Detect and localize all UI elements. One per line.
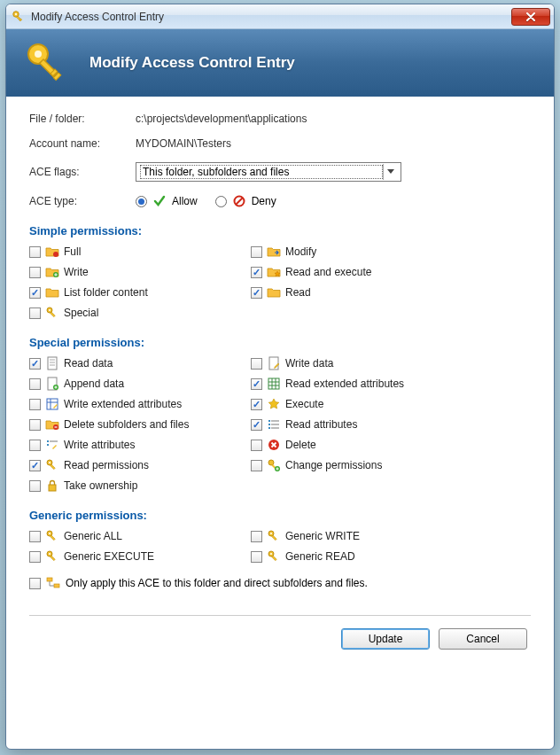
cancel-button[interactable]: Cancel — [439, 628, 527, 650]
special-perm-checkbox[interactable] — [251, 460, 262, 471]
special-permissions-grid: Read dataWrite dataAppend dataRead exten… — [29, 356, 531, 493]
generic-perm-label: Generic WRITE — [285, 530, 360, 542]
special-perm-checkbox[interactable] — [29, 358, 41, 370]
account-name-value: MYDOMAIN\Testers — [136, 137, 231, 150]
update-button[interactable]: Update — [341, 628, 430, 650]
special-perm-checkbox[interactable] — [29, 399, 41, 410]
list-edit-icon — [45, 438, 59, 452]
special-perm-item: Write data — [251, 356, 469, 370]
ace-flags-select[interactable]: This folder, subfolders and files — [136, 162, 401, 182]
file-folder-value: c:\projects\development\applications — [136, 113, 307, 125]
special-perm-label: Write attributes — [64, 439, 135, 451]
special-perm-checkbox[interactable] — [251, 399, 262, 410]
special-perm-checkbox[interactable] — [251, 440, 262, 451]
folder-icon — [267, 285, 281, 300]
folder-move-icon — [267, 245, 281, 259]
special-perm-item: Take ownership — [29, 479, 247, 493]
ace-flags-label: ACE flags: — [29, 166, 136, 178]
simple-perm-checkbox[interactable] — [29, 307, 41, 319]
generic-permissions-title: Generic permissions: — [29, 509, 531, 522]
page-icon — [45, 356, 59, 370]
simple-perm-label: Read — [285, 286, 311, 299]
generic-perm-item: Generic ALL — [29, 529, 247, 543]
ace-type-label: ACE type: — [29, 195, 136, 207]
special-perm-item: Change permissions — [251, 458, 469, 472]
special-perm-item: Execute — [251, 397, 469, 411]
special-perm-label: Write data — [285, 357, 333, 370]
only-apply-checkbox[interactable] — [29, 578, 41, 589]
special-perm-item: Delete — [251, 438, 469, 452]
svg-rect-62 — [54, 584, 59, 588]
simple-perm-checkbox[interactable] — [29, 267, 41, 278]
simple-perm-item: Read and execute — [251, 265, 469, 279]
deny-icon — [232, 194, 246, 208]
simple-perm-checkbox[interactable] — [251, 267, 262, 278]
simple-perm-item: Modify — [251, 245, 469, 259]
generic-perm-item: Generic WRITE — [251, 529, 469, 543]
svg-rect-54 — [272, 535, 277, 541]
header-banner: Modify Access Control Entry — [6, 29, 554, 97]
deny-label: Deny — [252, 195, 276, 207]
special-perm-checkbox[interactable] — [251, 419, 262, 431]
special-perm-item: Write extended attributes — [29, 397, 247, 411]
folder-plus-icon — [45, 265, 59, 279]
folder-tree-icon — [46, 576, 60, 590]
svg-rect-40 — [47, 444, 49, 446]
special-perm-checkbox[interactable] — [29, 480, 41, 492]
dialog-window: Modify Access Control Entry Modify Acces… — [5, 4, 555, 750]
special-perm-label: Read attributes — [285, 418, 357, 431]
window-title: Modify Access Control Entry — [31, 11, 506, 23]
simple-perm-checkbox[interactable] — [251, 246, 262, 258]
special-perm-label: Read extended attributes — [285, 378, 404, 390]
generic-perm-label: Generic ALL — [64, 530, 122, 542]
folder-star-icon — [267, 265, 281, 279]
simple-perm-checkbox[interactable] — [251, 287, 262, 299]
svg-rect-32 — [268, 420, 270, 422]
special-perm-checkbox[interactable] — [251, 378, 262, 390]
key-icon — [45, 549, 59, 564]
special-perm-item: Read attributes — [251, 417, 469, 432]
special-perm-item: Write attributes — [29, 438, 247, 452]
special-perm-label: Change permissions — [285, 459, 382, 471]
key-icon — [267, 549, 281, 564]
generic-perm-checkbox[interactable] — [29, 551, 41, 563]
key-icon — [267, 529, 281, 543]
svg-rect-20 — [269, 357, 278, 370]
special-perm-checkbox[interactable] — [251, 358, 262, 370]
allow-radio[interactable] — [136, 196, 147, 207]
deny-radio[interactable] — [215, 196, 227, 207]
chevron-down-icon — [383, 164, 397, 180]
svg-rect-35 — [271, 424, 279, 425]
special-perm-item: Read data — [29, 356, 247, 370]
special-perm-label: Write extended attributes — [64, 398, 182, 410]
special-perm-label: Execute — [285, 398, 323, 410]
table-edit-icon — [45, 397, 59, 411]
special-perm-checkbox[interactable] — [29, 440, 41, 451]
check-icon — [152, 194, 167, 208]
generic-perm-checkbox[interactable] — [29, 531, 41, 542]
folder-icon — [45, 285, 59, 300]
simple-perm-checkbox[interactable] — [29, 287, 41, 299]
svg-point-45 — [268, 460, 274, 465]
simple-perm-item: Full — [29, 245, 247, 259]
simple-perm-checkbox[interactable] — [29, 246, 41, 258]
close-button[interactable] — [511, 8, 550, 26]
folder-red-icon — [45, 245, 59, 259]
svg-point-59 — [270, 553, 272, 555]
lock-icon — [45, 479, 59, 493]
simple-perm-label: Read and execute — [285, 266, 371, 278]
special-perm-item: Read extended attributes — [251, 377, 469, 391]
generic-perm-checkbox[interactable] — [251, 551, 262, 563]
special-perm-checkbox[interactable] — [29, 460, 41, 471]
simple-perm-label: Modify — [285, 245, 316, 258]
allow-label: Allow — [172, 195, 198, 207]
simple-permissions-grid: FullModifyWriteRead and executeList fold… — [29, 245, 531, 320]
special-perm-checkbox[interactable] — [29, 378, 41, 390]
delete-icon — [267, 438, 281, 452]
svg-rect-28 — [47, 399, 58, 409]
svg-rect-38 — [47, 440, 49, 442]
generic-perm-checkbox[interactable] — [251, 531, 262, 542]
svg-rect-16 — [48, 357, 57, 370]
special-perm-checkbox[interactable] — [29, 419, 41, 431]
special-perm-item: Append data — [29, 377, 247, 391]
